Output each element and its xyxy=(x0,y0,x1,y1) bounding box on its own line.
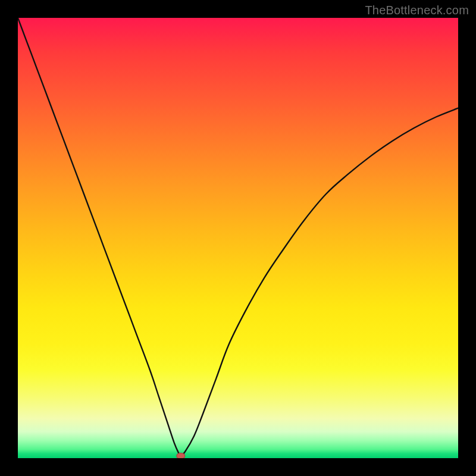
curve-layer xyxy=(18,18,458,458)
chart-frame: TheBottleneck.com xyxy=(0,0,476,476)
bottleneck-curve xyxy=(18,18,458,456)
plot-area xyxy=(18,18,458,458)
minimum-marker xyxy=(177,453,185,458)
watermark-text: TheBottleneck.com xyxy=(365,4,469,17)
